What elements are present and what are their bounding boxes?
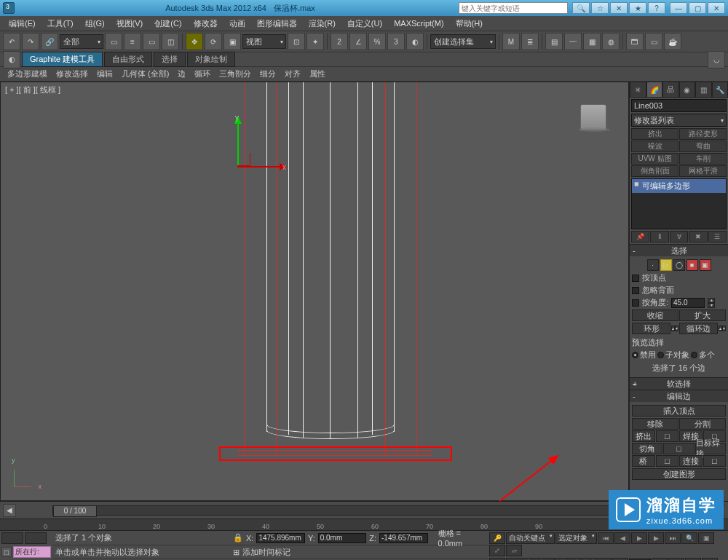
preview-subobj-radio[interactable] (657, 352, 664, 358)
minimize-button[interactable]: — (670, 2, 687, 14)
goto-end-icon[interactable]: ⏭ (665, 532, 681, 544)
angle-field[interactable]: 45.0 (671, 298, 705, 308)
modifier-button[interactable]: 车削 (679, 153, 727, 165)
ribbon-tab-paint[interactable]: 对象绘制 (187, 52, 235, 67)
curve-editor-icon[interactable]: 〰 (564, 33, 582, 50)
chamfer-button[interactable]: 切角 (632, 443, 662, 454)
time-slider-handle[interactable]: 0 / 100 (53, 505, 97, 517)
viewport-front[interactable]: [ + ][ 前 ][ 线框 ] (0, 82, 629, 501)
extrude-button[interactable]: 挤出 (632, 430, 655, 442)
chamfer-settings-icon[interactable]: □ (663, 443, 694, 454)
render-frame-icon[interactable]: ▭ (645, 33, 662, 50)
menu-group[interactable]: 组(G) (79, 17, 111, 31)
lane-field[interactable]: 所在行: (13, 546, 51, 558)
bridge-button[interactable]: 桥 (632, 455, 655, 467)
lane-toggle-icon[interactable]: □ (1, 547, 12, 557)
menu-help[interactable]: 帮助(H) (450, 17, 488, 31)
play-icon[interactable]: ▶ (631, 532, 647, 544)
link-icon[interactable]: 🔗 (41, 33, 58, 50)
select-region-icon[interactable]: ▭ (143, 33, 160, 50)
by-vertex-checkbox[interactable]: 按顶点 (632, 272, 726, 283)
rollout-soft-selection[interactable]: +软选择 (630, 378, 728, 390)
menu-views[interactable]: 视图(V) (111, 17, 149, 31)
lock-selection-icon[interactable]: 🔒 (233, 533, 243, 543)
menu-rendering[interactable]: 渲染(R) (303, 17, 341, 31)
subscription-icon[interactable]: ☆ (591, 2, 609, 14)
percent-snap-icon[interactable]: % (368, 33, 386, 50)
preview-multi-radio[interactable] (691, 352, 697, 358)
help-icon[interactable]: ? (648, 2, 665, 14)
rollout-selection[interactable]: 选择 (630, 245, 728, 256)
extrude-settings-icon[interactable]: □ (656, 430, 679, 442)
rotate-icon[interactable]: ⟳ (205, 33, 222, 50)
modifier-button[interactable]: 弯曲 (679, 141, 727, 152)
select-name-icon[interactable]: ≡ (124, 33, 141, 50)
modifier-button[interactable]: 路径变形 (679, 128, 727, 140)
split-button[interactable]: 分割 (679, 418, 726, 430)
undo-icon[interactable]: ↶ (3, 33, 20, 50)
preview-off-radio[interactable] (632, 352, 638, 358)
display-tab-icon[interactable]: ▥ (695, 82, 712, 98)
next-frame-icon[interactable]: ▶ (648, 532, 664, 544)
target-weld-button[interactable]: 目标焊接 (695, 443, 726, 454)
ribbon-panel[interactable]: 多边形建模 (3, 67, 52, 81)
coord-x-field[interactable]: 1475.896mm (256, 533, 305, 543)
zoom-extents-icon[interactable]: ⤢ (489, 545, 505, 556)
so-polygon-icon[interactable]: ■ (687, 259, 698, 271)
connect-settings-icon[interactable]: □ (703, 455, 727, 467)
ribbon-panel[interactable]: 循环 (190, 67, 215, 81)
key-icon[interactable]: 🔑 (489, 532, 505, 544)
goto-start-icon[interactable]: ⏮ (598, 532, 614, 544)
pin-stack-icon[interactable]: 📌 (631, 231, 649, 242)
app-icon[interactable] (3, 2, 15, 14)
create-tab-icon[interactable]: ✳ (630, 82, 646, 98)
create-shape-button[interactable]: 创建图形 (632, 468, 726, 480)
menu-tools[interactable]: 工具(T) (41, 17, 79, 31)
ribbon-tab-selection[interactable]: 选择 (154, 52, 186, 67)
ribbon-tab-freeform[interactable]: 自由形式 (104, 52, 152, 67)
spinner-snap-icon[interactable]: 3 (387, 33, 405, 50)
ribbon-panel[interactable]: 修改选择 (52, 67, 92, 81)
named-sel-set-dropdown[interactable]: 创建选择集 (430, 34, 496, 49)
grow-button[interactable]: 扩大 (679, 309, 726, 321)
isolate-icon[interactable]: ⊞ (233, 548, 240, 557)
menu-maxscript[interactable]: MAXScript(M) (388, 17, 449, 29)
ribbon-panel[interactable]: 编辑 (92, 67, 117, 81)
so-border-icon[interactable]: ◯ (673, 259, 685, 271)
coord-y-field[interactable]: 0.0mm (318, 533, 367, 543)
edged-faces-icon[interactable]: ◐ (406, 33, 424, 50)
ring-button[interactable]: 环形 (632, 323, 670, 334)
menu-customize[interactable]: 自定义(U) (341, 17, 388, 31)
transform-gizmo[interactable]: y x (237, 166, 240, 168)
insert-vertex-button[interactable]: 插入顶点 (632, 405, 726, 417)
shrink-button[interactable]: 收缩 (632, 309, 678, 321)
time-slider-left-icon[interactable]: ◀ (3, 504, 16, 517)
modifier-button[interactable]: 噪波 (631, 141, 678, 152)
motion-tab-icon[interactable]: ◉ (679, 82, 696, 98)
selection-filter-dropdown[interactable]: 全部 (60, 34, 103, 49)
add-time-tag-label[interactable]: 添加时间标记 (242, 547, 290, 558)
ribbon-panel[interactable]: 三角剖分 (215, 67, 256, 81)
fov-icon[interactable]: ▱ (506, 545, 522, 556)
ref-coord-dropdown[interactable]: 视图 (242, 34, 286, 49)
maximize-button[interactable]: ▢ (689, 2, 706, 14)
search-icon[interactable]: 🔍 (572, 2, 590, 14)
modifier-button[interactable]: UVW 贴图 (631, 153, 678, 165)
select-icon[interactable]: ▭ (105, 33, 122, 50)
ignore-backfacing-checkbox[interactable]: 忽略背面 (632, 285, 726, 296)
configure-sets-icon[interactable]: ☰ (708, 231, 727, 242)
maxscript-listener-icon[interactable] (25, 532, 47, 544)
hierarchy-tab-icon[interactable]: 品 (662, 82, 679, 98)
scale-icon[interactable]: ▣ (223, 33, 241, 50)
manipulate-icon[interactable]: ✦ (306, 33, 324, 50)
modifier-button[interactable]: 挤出 (631, 128, 678, 140)
snap-icon[interactable]: 2 (331, 33, 348, 50)
window-crossing-icon[interactable]: ◫ (162, 33, 179, 50)
selection-lock-dropdown[interactable]: 选定对象 (555, 532, 597, 544)
ribbon-toggle-icon[interactable]: ◐ (3, 51, 20, 68)
zoom-all-icon[interactable]: ▣ (698, 532, 714, 544)
material-editor-icon[interactable]: ◍ (602, 33, 620, 50)
so-vertex-icon[interactable]: ∙ (647, 259, 659, 271)
ribbon-minimize-icon[interactable]: ◡ (708, 51, 725, 68)
close-button[interactable]: ✕ (708, 2, 725, 14)
